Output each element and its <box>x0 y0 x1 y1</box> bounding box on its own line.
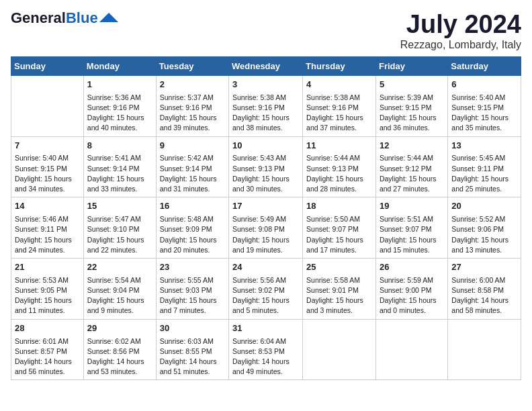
date-number: 19 <box>380 200 444 213</box>
date-number: 26 <box>380 261 444 274</box>
cell-info-line: Daylight: 14 hours <box>87 357 152 367</box>
cell-info-line: and 36 minutes. <box>380 123 444 133</box>
cell-info-line: Daylight: 14 hours <box>451 295 517 306</box>
date-number: 8 <box>87 140 152 152</box>
date-number: 10 <box>232 140 299 152</box>
cell-info-line: Sunrise: 5:50 AM <box>306 214 372 224</box>
cell-info-line: Sunset: 9:16 PM <box>232 103 299 113</box>
cell-info-line: and 7 minutes. <box>160 306 225 316</box>
cell-info-line: and 49 minutes. <box>232 367 299 377</box>
location: Rezzago, Lombardy, Italy <box>400 39 521 51</box>
calendar-cell: 9Sunrise: 5:42 AMSunset: 9:14 PMDaylight… <box>156 136 228 197</box>
calendar-cell: 25Sunrise: 5:58 AMSunset: 9:01 PMDayligh… <box>303 258 376 319</box>
date-number: 4 <box>306 79 372 91</box>
cell-info-line: Daylight: 15 hours <box>451 235 517 245</box>
calendar-cell: 13Sunrise: 5:45 AMSunset: 9:11 PMDayligh… <box>448 136 521 197</box>
calendar-cell: 6Sunrise: 5:40 AMSunset: 9:15 PMDaylight… <box>448 75 521 136</box>
cell-info-line: Sunset: 9:10 PM <box>87 224 152 234</box>
cell-info-line: Sunrise: 5:58 AM <box>306 275 372 285</box>
date-number: 7 <box>15 140 80 152</box>
cell-info-line: Sunrise: 5:54 AM <box>87 275 152 285</box>
date-number: 11 <box>306 140 372 152</box>
calendar-cell: 14Sunrise: 5:46 AMSunset: 9:11 PMDayligh… <box>11 197 84 259</box>
cell-info-line: Daylight: 15 hours <box>306 113 372 123</box>
date-number: 12 <box>380 140 444 152</box>
date-number: 16 <box>160 200 225 213</box>
cell-info-line: Sunrise: 5:52 AM <box>451 214 517 224</box>
cell-info-line: Sunset: 8:56 PM <box>87 347 152 357</box>
header-monday: Monday <box>83 56 156 75</box>
cell-info-line: Daylight: 15 hours <box>15 295 80 306</box>
cell-info-line: and 11 minutes. <box>15 306 80 316</box>
cell-info-line: Sunset: 9:14 PM <box>87 164 152 174</box>
cell-info-line: Sunset: 9:03 PM <box>160 285 225 295</box>
cell-info-line: Sunset: 9:13 PM <box>232 164 299 174</box>
cell-info-line: and 9 minutes. <box>87 306 152 316</box>
header-friday: Friday <box>375 56 447 75</box>
cell-info-line: Sunrise: 5:44 AM <box>380 153 444 163</box>
date-number: 30 <box>160 322 225 335</box>
date-number: 25 <box>306 261 372 274</box>
cell-info-line: Daylight: 15 hours <box>87 235 152 245</box>
cell-info-line: Daylight: 14 hours <box>15 357 80 367</box>
date-number: 22 <box>87 261 152 274</box>
cell-info-line: and 40 minutes. <box>87 123 152 133</box>
cell-info-line: Sunrise: 5:36 AM <box>87 93 152 103</box>
cell-info-line: Sunrise: 6:00 AM <box>451 275 517 285</box>
cell-info-line: Sunset: 9:13 PM <box>306 164 372 174</box>
cell-info-line: Sunrise: 5:47 AM <box>87 214 152 224</box>
cell-info-line: Sunrise: 5:53 AM <box>15 275 80 285</box>
cell-info-line: Daylight: 15 hours <box>232 113 299 123</box>
cell-info-line: and 38 minutes. <box>232 123 299 133</box>
cell-info-line: and 30 minutes. <box>232 184 299 194</box>
cell-info-line: Daylight: 15 hours <box>306 295 372 306</box>
cell-info-line: Sunrise: 5:43 AM <box>232 153 299 163</box>
calendar-cell: 30Sunrise: 6:03 AMSunset: 8:55 PMDayligh… <box>156 319 228 380</box>
header-wednesday: Wednesday <box>229 56 303 75</box>
cell-info-line: Sunset: 8:55 PM <box>160 347 225 357</box>
cell-info-line: Sunset: 9:16 PM <box>160 103 225 113</box>
cell-info-line: Sunset: 9:16 PM <box>306 103 372 113</box>
cell-info-line: Sunset: 9:01 PM <box>306 285 372 295</box>
cell-info-line: Daylight: 15 hours <box>87 174 152 184</box>
cell-info-line: Daylight: 15 hours <box>160 174 225 184</box>
cell-info-line: Sunrise: 6:03 AM <box>160 336 225 347</box>
calendar-cell <box>448 319 521 380</box>
cell-info-line: Sunset: 9:11 PM <box>15 224 80 234</box>
cell-info-line: Daylight: 15 hours <box>232 295 299 306</box>
cell-info-line: and 33 minutes. <box>87 184 152 194</box>
date-number: 2 <box>160 79 225 91</box>
header-tuesday: Tuesday <box>156 56 228 75</box>
cell-info-line: and 15 minutes. <box>380 245 444 255</box>
header-saturday: Saturday <box>448 56 521 75</box>
calendar-cell: 1Sunrise: 5:36 AMSunset: 9:16 PMDaylight… <box>83 75 156 136</box>
cell-info-line: and 53 minutes. <box>87 367 152 377</box>
logo-text: GeneralBlue <box>11 11 98 26</box>
cell-info-line: and 0 minutes. <box>380 306 444 316</box>
cell-info-line: Sunrise: 5:40 AM <box>451 93 517 103</box>
cell-info-line: Sunrise: 5:44 AM <box>306 153 372 163</box>
cell-info-line: Sunrise: 5:38 AM <box>306 93 372 103</box>
cell-info-line: Sunset: 9:07 PM <box>306 224 372 234</box>
cell-info-line: Sunset: 9:02 PM <box>232 285 299 295</box>
page-header: GeneralBlue July 2024 Rezzago, Lombardy,… <box>11 11 521 51</box>
cell-info-line: Sunrise: 6:02 AM <box>87 336 152 347</box>
cell-info-line: Sunset: 9:12 PM <box>380 164 444 174</box>
cell-info-line: and 5 minutes. <box>232 306 299 316</box>
cell-info-line: and 34 minutes. <box>15 184 80 194</box>
date-number: 15 <box>87 200 152 213</box>
cell-info-line: Sunset: 9:14 PM <box>160 164 225 174</box>
cell-info-line: Daylight: 15 hours <box>380 235 444 245</box>
cell-info-line: Sunset: 9:04 PM <box>87 285 152 295</box>
calendar-cell: 3Sunrise: 5:38 AMSunset: 9:16 PMDaylight… <box>229 75 303 136</box>
logo-icon <box>99 13 118 22</box>
calendar-cell: 24Sunrise: 5:56 AMSunset: 9:02 PMDayligh… <box>229 258 303 319</box>
calendar-cell: 26Sunrise: 5:59 AMSunset: 9:00 PMDayligh… <box>375 258 447 319</box>
calendar-cell <box>303 319 376 380</box>
calendar-cell: 12Sunrise: 5:44 AMSunset: 9:12 PMDayligh… <box>375 136 447 197</box>
calendar-cell: 19Sunrise: 5:51 AMSunset: 9:07 PMDayligh… <box>375 197 447 259</box>
calendar-cell: 5Sunrise: 5:39 AMSunset: 9:15 PMDaylight… <box>375 75 447 136</box>
calendar-cell: 8Sunrise: 5:41 AMSunset: 9:14 PMDaylight… <box>83 136 156 197</box>
calendar-cell: 10Sunrise: 5:43 AMSunset: 9:13 PMDayligh… <box>229 136 303 197</box>
calendar-cell: 17Sunrise: 5:49 AMSunset: 9:08 PMDayligh… <box>229 197 303 259</box>
